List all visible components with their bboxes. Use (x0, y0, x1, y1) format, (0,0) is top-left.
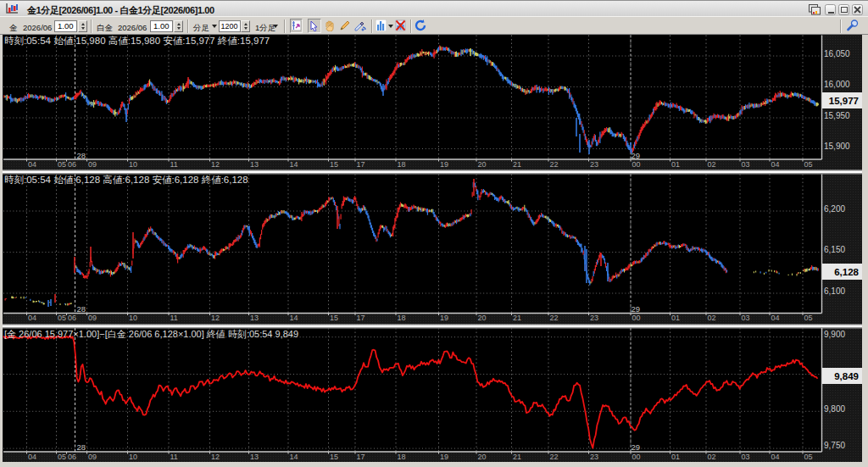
svg-text:04: 04 (771, 160, 780, 169)
svg-text:時刻:05:54 始値:15,980 高値:15,980 安: 時刻:05:54 始値:15,980 高値:15,980 安値:15,977 終… (4, 36, 270, 46)
svg-text:04: 04 (771, 453, 780, 461)
svg-text:15,950: 15,950 (824, 111, 850, 120)
svg-text:05: 05 (58, 453, 66, 461)
svg-text:19: 19 (440, 160, 448, 169)
svg-text:時刻:05:54 始値:6,128 高値:6,128 安値:: 時刻:05:54 始値:6,128 高値:6,128 安値:6,128 終値:6… (4, 175, 248, 185)
svg-text:6,150: 6,150 (824, 245, 845, 254)
svg-text:11: 11 (170, 453, 178, 461)
svg-text:15: 15 (330, 160, 338, 169)
svg-text:17: 17 (357, 314, 365, 322)
svg-text:22: 22 (550, 160, 559, 169)
svg-text:04: 04 (28, 453, 36, 461)
svg-text:18: 18 (398, 314, 406, 322)
svg-text:04: 04 (771, 314, 780, 322)
svg-text:23: 23 (590, 314, 598, 322)
svg-text:05: 05 (804, 314, 813, 322)
svg-text:01: 01 (671, 453, 680, 461)
svg-text:10: 10 (129, 453, 137, 461)
svg-text:16,000: 16,000 (824, 80, 850, 89)
svg-text:22: 22 (550, 453, 559, 461)
svg-text:10: 10 (129, 160, 137, 169)
svg-text:15: 15 (330, 314, 338, 322)
svg-text:29: 29 (632, 442, 641, 452)
svg-text:05: 05 (58, 160, 66, 169)
svg-text:28: 28 (77, 151, 86, 160)
svg-text:15,977: 15,977 (829, 96, 859, 106)
svg-text:12: 12 (211, 453, 220, 461)
svg-text:02: 02 (708, 160, 716, 169)
svg-text:9,750: 9,750 (824, 441, 845, 450)
svg-text:02: 02 (708, 453, 716, 461)
svg-text:12: 12 (211, 160, 220, 169)
svg-text:9,849: 9,849 (834, 371, 859, 381)
svg-text:19: 19 (440, 453, 448, 461)
svg-text:00: 00 (632, 453, 641, 461)
svg-text:20: 20 (478, 453, 487, 461)
svg-text:06: 06 (68, 314, 76, 322)
svg-text:9,900: 9,900 (824, 330, 845, 339)
svg-text:9,800: 9,800 (824, 404, 845, 414)
svg-text:21: 21 (513, 314, 521, 322)
svg-text:05: 05 (804, 453, 813, 461)
svg-text:18: 18 (398, 453, 406, 461)
svg-text:09: 09 (88, 160, 97, 169)
svg-text:15: 15 (330, 453, 338, 461)
svg-text:01: 01 (671, 314, 680, 322)
svg-text:04: 04 (28, 314, 36, 322)
svg-text:19: 19 (440, 314, 448, 322)
svg-text:17: 17 (357, 160, 365, 169)
svg-text:18: 18 (398, 160, 406, 169)
svg-text:28: 28 (77, 304, 86, 314)
svg-text:6,200: 6,200 (824, 204, 845, 214)
svg-text:22: 22 (550, 314, 559, 322)
svg-text:01: 01 (671, 160, 680, 169)
svg-text:02: 02 (708, 314, 716, 322)
svg-text:10: 10 (129, 314, 137, 322)
svg-text:03: 03 (742, 160, 750, 169)
svg-text:[金 26/06 15,977×1.00]−[白金 26/0: [金 26/06 15,977×1.00]−[白金 26/06 6,128×1.… (4, 329, 298, 339)
svg-text:11: 11 (170, 160, 178, 169)
svg-text:05: 05 (58, 314, 66, 322)
svg-text:05: 05 (804, 160, 813, 169)
svg-text:00: 00 (632, 314, 641, 322)
svg-text:21: 21 (513, 453, 521, 461)
svg-text:29: 29 (632, 151, 641, 160)
svg-text:20: 20 (478, 314, 487, 322)
svg-text:04: 04 (28, 160, 36, 169)
svg-text:12: 12 (211, 314, 220, 322)
svg-text:16,050: 16,050 (824, 49, 850, 58)
svg-text:6,100: 6,100 (824, 286, 845, 296)
svg-text:13: 13 (250, 314, 259, 322)
svg-text:09: 09 (88, 314, 97, 322)
svg-text:13: 13 (250, 160, 259, 169)
svg-text:21: 21 (513, 160, 521, 169)
svg-text:14: 14 (290, 160, 298, 169)
svg-text:00: 00 (632, 160, 641, 169)
svg-text:28: 28 (77, 442, 86, 452)
svg-text:17: 17 (357, 453, 365, 461)
svg-text:20: 20 (478, 160, 487, 169)
svg-text:13: 13 (250, 453, 259, 461)
svg-text:29: 29 (632, 304, 641, 314)
svg-text:14: 14 (290, 453, 298, 461)
svg-text:15,900: 15,900 (824, 142, 850, 151)
svg-text:14: 14 (290, 314, 298, 322)
svg-text:23: 23 (590, 160, 598, 169)
svg-text:23: 23 (590, 453, 598, 461)
svg-text:06: 06 (68, 453, 76, 461)
svg-text:03: 03 (742, 314, 750, 322)
svg-text:6,128: 6,128 (834, 267, 859, 277)
svg-text:03: 03 (742, 453, 750, 461)
svg-text:06: 06 (68, 160, 76, 169)
svg-text:11: 11 (170, 314, 178, 322)
svg-text:09: 09 (88, 453, 97, 461)
